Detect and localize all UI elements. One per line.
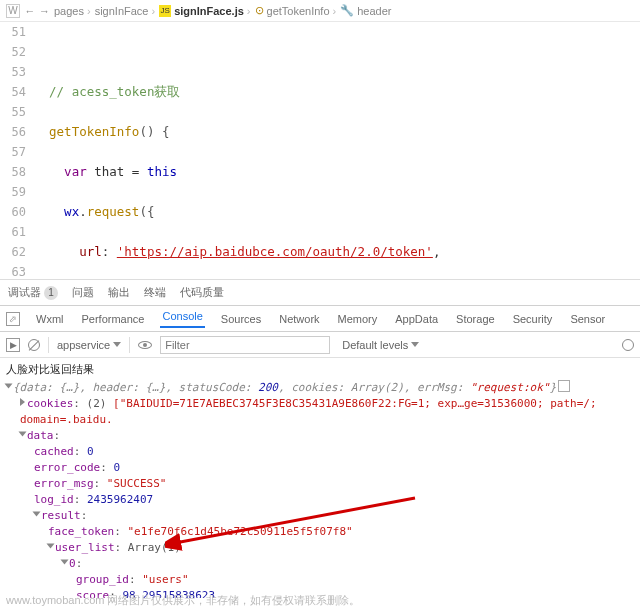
tab-memory[interactable]: Memory [336, 313, 380, 325]
method-icon: ⊙ [255, 4, 264, 17]
log-title: 人脸对比返回结果 [6, 362, 634, 378]
breadcrumb-item[interactable]: 🔧 header [340, 4, 391, 17]
breadcrumb-item[interactable]: pages › [54, 5, 91, 17]
chevron-right-icon: › [87, 5, 91, 17]
expand-icon[interactable] [5, 384, 13, 389]
clear-console-icon[interactable] [28, 339, 40, 351]
expand-icon[interactable] [19, 432, 27, 437]
copy-icon[interactable] [560, 382, 570, 392]
live-expression-icon[interactable] [138, 341, 152, 349]
log-property: error_msg: "SUCCESS" [6, 476, 634, 492]
console-output[interactable]: 人脸对比返回结果 {data: {…}, header: {…}, status… [0, 358, 640, 598]
separator [129, 337, 130, 353]
toggle-drawer-icon[interactable]: ▶ [6, 338, 20, 352]
breadcrumb-item[interactable]: ⊙ getTokenInfo › [255, 4, 337, 17]
log-property: error_code: 0 [6, 460, 634, 476]
tab-sources[interactable]: Sources [219, 313, 263, 325]
log-property: face_token: "e1fe70f6c1d45be72c50911e5f5… [6, 524, 634, 540]
log-property[interactable]: data: [6, 428, 634, 444]
tab-wxml[interactable]: Wxml [34, 313, 66, 325]
tab-output[interactable]: 输出 [108, 285, 130, 300]
tab-problems[interactable]: 问题 [72, 285, 94, 300]
chevron-down-icon [411, 342, 419, 347]
tab-security[interactable]: Security [511, 313, 555, 325]
separator [48, 337, 49, 353]
log-property[interactable]: user_list: Array(1) [6, 540, 634, 556]
code-content[interactable]: // acess_token获取 getTokenInfo() { var th… [34, 22, 640, 279]
breadcrumb-item[interactable]: JS signInFace.js › [159, 5, 250, 17]
logo-icon: W [6, 4, 20, 18]
badge-count: 1 [44, 286, 58, 300]
code-editor[interactable]: 51525354555657585960616263 // acess_toke… [0, 22, 640, 280]
tab-codequality[interactable]: 代码质量 [180, 285, 224, 300]
log-levels-selector[interactable]: Default levels [342, 339, 419, 351]
property-icon: 🔧 [340, 4, 354, 17]
panel-tabs: 调试器 1 问题 输出 终端 代码质量 [0, 280, 640, 306]
js-file-icon: JS [159, 5, 171, 17]
log-property[interactable]: result: [6, 508, 634, 524]
inspect-icon[interactable]: ⬀ [6, 312, 20, 326]
expand-icon[interactable] [47, 544, 55, 549]
settings-icon[interactable] [622, 339, 634, 351]
log-property[interactable]: cookies: (2) ["BAIDUID=71E7AEBEC3745F3E8… [6, 396, 634, 428]
chevron-right-icon: › [151, 5, 155, 17]
log-property: group_id: "users" [6, 572, 634, 588]
expand-icon[interactable] [20, 398, 25, 406]
chevron-right-icon: › [333, 5, 337, 17]
tab-console[interactable]: Console [160, 310, 204, 328]
devtools-tabs: ⬀ Wxml Performance Console Sources Netwo… [0, 306, 640, 332]
log-object-summary[interactable]: {data: {…}, header: {…}, statusCode: 200… [6, 380, 634, 396]
tab-performance[interactable]: Performance [80, 313, 147, 325]
chevron-down-icon [113, 342, 121, 347]
breadcrumb-item[interactable]: signInFace › [95, 5, 155, 17]
expand-icon[interactable] [61, 560, 69, 565]
nav-back-icon[interactable]: → [24, 5, 35, 17]
chevron-right-icon: › [247, 5, 251, 17]
tab-sensor[interactable]: Sensor [568, 313, 607, 325]
tab-debugger[interactable]: 调试器 1 [8, 285, 58, 300]
tab-storage[interactable]: Storage [454, 313, 497, 325]
log-property[interactable]: 0: [6, 556, 634, 572]
log-property: cached: 0 [6, 444, 634, 460]
console-toolbar: ▶ appservice Default levels [0, 332, 640, 358]
expand-icon[interactable] [33, 512, 41, 517]
filter-input[interactable] [160, 336, 330, 354]
log-property: log_id: 2435962407 [6, 492, 634, 508]
nav-fwd-icon[interactable]: → [39, 5, 50, 17]
breadcrumb-bar: W → → pages › signInFace › JS signInFace… [0, 0, 640, 22]
tab-terminal[interactable]: 终端 [144, 285, 166, 300]
watermark-text: www.toymoban.com 网络图片仅供展示，非存储，如有侵权请联系删除。 [6, 593, 360, 608]
tab-network[interactable]: Network [277, 313, 321, 325]
tab-appdata[interactable]: AppData [393, 313, 440, 325]
line-gutter: 51525354555657585960616263 [0, 22, 34, 279]
context-selector[interactable]: appservice [57, 339, 121, 351]
